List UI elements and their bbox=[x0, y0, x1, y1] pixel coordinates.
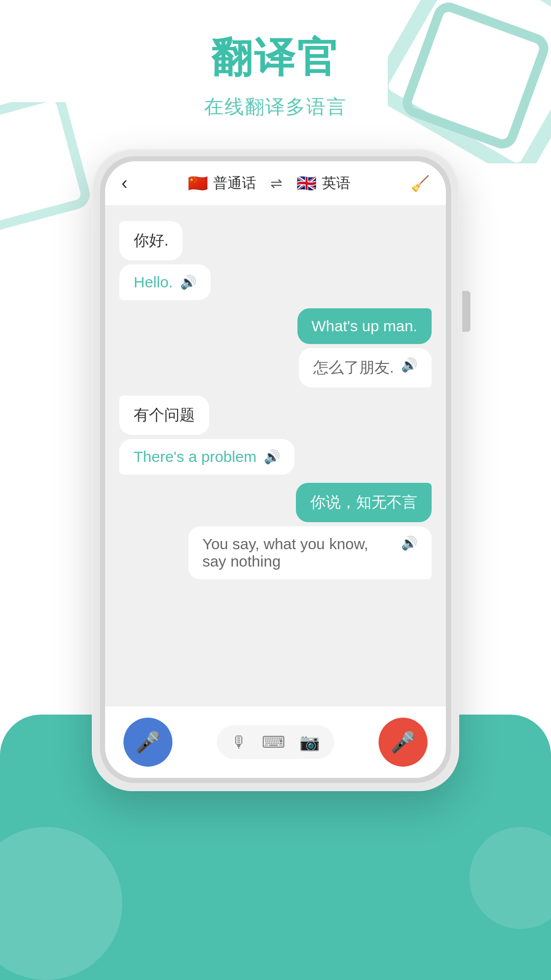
msg4-translated: You say, what you know, say nothing 🔊 bbox=[188, 526, 432, 579]
back-button[interactable]: ‹ bbox=[121, 173, 128, 194]
swap-icon[interactable]: ⇌ bbox=[270, 175, 282, 192]
phone-inner-shell: ‹ 🇨🇳 普通话 ⇌ 🇬🇧 英语 🧹 bbox=[100, 156, 451, 783]
target-lang-name: 英语 bbox=[322, 174, 350, 193]
keyboard-icon[interactable]: ⌨ bbox=[262, 732, 285, 752]
mic-small-icon[interactable]: 🎙 bbox=[231, 733, 247, 752]
target-lang[interactable]: 🇬🇧 英语 bbox=[296, 174, 350, 193]
source-lang-name: 普通话 bbox=[213, 174, 256, 193]
msg2-original-text: What's up man. bbox=[312, 317, 417, 335]
bottom-toolbar: 🎤 🎙 ⌨ 📷 🎤 bbox=[105, 706, 446, 778]
mic-right-button[interactable]: 🎤 bbox=[379, 718, 428, 767]
msg1-original-text: 你好. bbox=[134, 230, 168, 251]
source-flag: 🇨🇳 bbox=[188, 174, 208, 193]
lang-selector: 🇨🇳 普通话 ⇌ 🇬🇧 英语 bbox=[188, 174, 350, 193]
msg3-translated-text: There's a problem bbox=[134, 448, 257, 465]
msg1-translated: Hello. 🔊 bbox=[119, 264, 211, 300]
msg3-original-text: 有个问题 bbox=[134, 405, 195, 426]
clear-button[interactable]: 🧹 bbox=[411, 175, 430, 192]
msg1-speaker-icon[interactable]: 🔊 bbox=[180, 275, 196, 290]
app-header: 翻译官 在线翻译多语言 bbox=[0, 31, 551, 120]
msg4-original: 你说，知无不言 bbox=[296, 483, 432, 522]
chat-area: 你好. Hello. 🔊 What's up man. 怎么了 bbox=[105, 206, 446, 706]
message-group-3: 有个问题 There's a problem 🔊 bbox=[119, 396, 432, 475]
camera-icon[interactable]: 📷 bbox=[299, 732, 320, 752]
message-group-2: What's up man. 怎么了朋友. 🔊 bbox=[119, 308, 432, 387]
message-group-1: 你好. Hello. 🔊 bbox=[119, 221, 432, 300]
phone-outer-shell: ‹ 🇨🇳 普通话 ⇌ 🇬🇧 英语 🧹 bbox=[92, 148, 459, 791]
msg2-translated-text: 怎么了朋友. bbox=[313, 357, 394, 378]
msg1-translated-text: Hello. bbox=[134, 274, 173, 291]
msg2-original: What's up man. bbox=[297, 308, 432, 344]
mic-right-icon: 🎤 bbox=[390, 730, 416, 754]
msg4-original-text: 你说，知无不言 bbox=[310, 492, 417, 513]
phone-screen: ‹ 🇨🇳 普通话 ⇌ 🇬🇧 英语 🧹 bbox=[105, 161, 446, 778]
phone-mockup: ‹ 🇨🇳 普通话 ⇌ 🇬🇧 英语 🧹 bbox=[92, 148, 459, 791]
mic-left-icon: 🎤 bbox=[135, 730, 161, 754]
msg2-speaker-icon[interactable]: 🔊 bbox=[401, 357, 417, 373]
bg-decor-top-left bbox=[0, 102, 102, 306]
msg2-translated: 怎么了朋友. 🔊 bbox=[299, 348, 432, 387]
msg1-original: 你好. bbox=[119, 221, 183, 260]
msg3-translated: There's a problem 🔊 bbox=[119, 439, 294, 475]
bg-circle-right bbox=[469, 827, 551, 929]
mic-left-button[interactable]: 🎤 bbox=[123, 718, 172, 767]
app-subtitle: 在线翻译多语言 bbox=[0, 94, 551, 120]
bg-circle-left bbox=[0, 827, 122, 980]
phone-side-button bbox=[462, 291, 470, 332]
app-title: 翻译官 bbox=[0, 31, 551, 86]
msg3-original: 有个问题 bbox=[119, 396, 209, 435]
source-lang[interactable]: 🇨🇳 普通话 bbox=[188, 174, 256, 193]
target-flag: 🇬🇧 bbox=[296, 174, 317, 193]
message-group-4: 你说，知无不言 You say, what you know, say noth… bbox=[119, 483, 432, 579]
msg4-speaker-icon[interactable]: 🔊 bbox=[401, 535, 417, 551]
nav-bar: ‹ 🇨🇳 普通话 ⇌ 🇬🇧 英语 🧹 bbox=[105, 161, 446, 206]
msg3-speaker-icon[interactable]: 🔊 bbox=[264, 449, 280, 465]
msg4-translated-text: You say, what you know, say nothing bbox=[203, 535, 394, 570]
center-controls: 🎙 ⌨ 📷 bbox=[217, 725, 334, 759]
